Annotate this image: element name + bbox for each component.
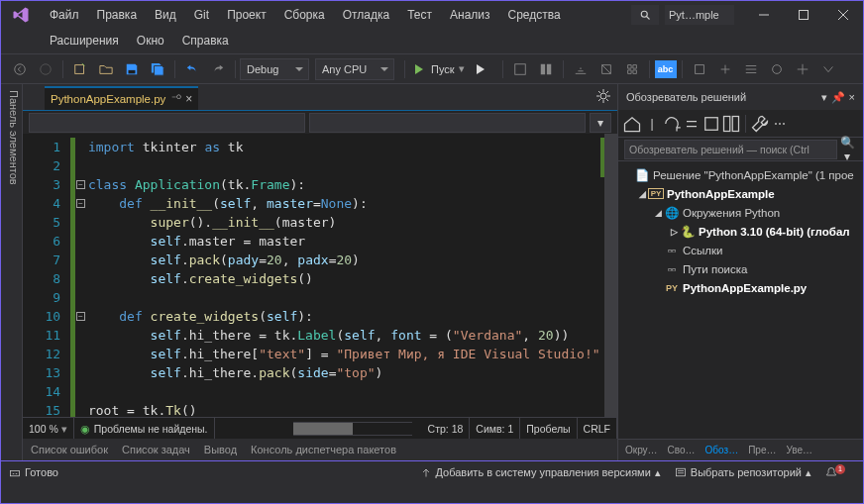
btm-tab[interactable]: Вывод — [204, 444, 237, 455]
paths-icon: ▫▫ — [664, 263, 680, 275]
more-icon[interactable]: ⋯ — [770, 114, 790, 134]
tb-icon-9[interactable] — [765, 57, 789, 81]
tb-icon-3[interactable] — [569, 57, 593, 81]
nav-back-icon[interactable] — [8, 57, 32, 81]
save-all-icon[interactable] — [146, 57, 169, 81]
py-file-icon: PY — [664, 283, 680, 293]
col-indicator[interactable]: Симв: 1 — [470, 418, 520, 439]
redo-icon[interactable] — [206, 57, 230, 81]
svg-rect-11 — [540, 63, 544, 74]
search-box[interactable] — [631, 5, 659, 25]
platform-combo[interactable]: Any CPU — [315, 58, 394, 80]
env-icon: 🌐 — [664, 206, 680, 220]
toolbox-sidebar[interactable]: Панель элементов — [1, 84, 23, 460]
open-file-icon[interactable] — [94, 57, 118, 81]
add-vcs-button[interactable]: Добавить в систему управления версиями ▴ — [420, 466, 661, 479]
panel-pin-icon[interactable]: 📌 — [831, 91, 845, 104]
statusbar: Готово Добавить в систему управления вер… — [1, 460, 863, 483]
maximize-button[interactable] — [784, 1, 823, 28]
refresh-icon[interactable] — [662, 114, 682, 134]
btm-tab[interactable]: Список ошибок — [31, 444, 108, 455]
menu-Правка[interactable]: Правка — [88, 4, 147, 26]
tb-icon-5[interactable] — [620, 57, 644, 81]
menu-Сборка[interactable]: Сборка — [275, 4, 334, 26]
save-icon[interactable] — [120, 57, 144, 81]
panel-tab[interactable]: Обоз… — [701, 445, 744, 455]
menu-Git[interactable]: Git — [185, 4, 218, 26]
nav-fwd-icon[interactable] — [34, 57, 57, 81]
tb-icon-1[interactable] — [508, 57, 532, 81]
notifications-button[interactable]: 1 — [825, 466, 841, 478]
menu-Тест[interactable]: Тест — [398, 4, 441, 26]
btm-tab[interactable]: Список задач — [122, 444, 190, 455]
undo-icon[interactable] — [180, 57, 204, 81]
search-icon[interactable]: 🔍 ▾ — [837, 136, 857, 163]
properties-icon[interactable] — [721, 114, 741, 134]
project-node[interactable]: PythonAppExample — [667, 188, 775, 200]
config-combo[interactable]: Debug — [240, 58, 309, 80]
eol-indicator[interactable]: CRLF — [578, 418, 617, 439]
panel-tab[interactable]: Сво… — [663, 445, 701, 455]
line-indicator[interactable]: Стр: 18 — [422, 418, 471, 439]
editor-settings-icon[interactable] — [595, 88, 611, 104]
panel-title: Обозреватель решений — [626, 91, 746, 103]
minimize-button[interactable] — [744, 1, 784, 28]
tb-icon-2[interactable] — [534, 57, 558, 81]
menu-Справка[interactable]: Справка — [173, 30, 238, 51]
tb-icon-11[interactable] — [816, 57, 840, 81]
tb-icon-6[interactable] — [688, 57, 711, 81]
menu-Вид[interactable]: Вид — [146, 4, 185, 26]
menu-Средства[interactable]: Средства — [499, 4, 570, 26]
menu-Файл[interactable]: Файл — [41, 4, 88, 26]
member-combo[interactable] — [309, 113, 586, 133]
svg-point-6 — [15, 63, 26, 74]
scope-combo[interactable] — [29, 113, 305, 133]
solution-search-input[interactable]: Обозреватель решений — поиск (Ctrl — [624, 140, 837, 159]
whitespace-indicator[interactable]: Пробелы — [520, 418, 577, 439]
btm-tab[interactable]: Консоль диспетчера пакетов — [251, 444, 396, 455]
svg-rect-16 — [705, 117, 718, 130]
start-button[interactable]: Пуск ▾ — [409, 58, 471, 80]
panel-tab[interactable]: Окру… — [620, 445, 663, 455]
editor-tab[interactable]: PythonAppExample.py ⁻ᴼ × — [45, 86, 198, 110]
python-env-node[interactable]: Python 3.10 (64-bit) (глобал — [699, 226, 850, 238]
select-repo-button[interactable]: Выбрать репозиторий ▴ — [675, 466, 811, 479]
refs-node[interactable]: Ссылки — [683, 245, 723, 256]
show-all-icon[interactable] — [702, 114, 721, 134]
panel-tab[interactable]: Пре… — [743, 445, 781, 455]
solution-node[interactable]: Решение "PythonAppExample" (1 прое — [653, 169, 854, 181]
menu-Анализ[interactable]: Анализ — [441, 4, 499, 26]
project-selector[interactable]: Pyt…mple — [665, 5, 734, 25]
tb-icon-8[interactable] — [739, 57, 763, 81]
panel-close-icon[interactable]: × — [849, 91, 855, 103]
tab-close-icon[interactable]: × — [185, 92, 192, 106]
file-node[interactable]: PythonAppExample.py — [683, 282, 807, 294]
fold-margin[interactable]: −−− — [75, 134, 86, 417]
zoom-level[interactable]: 100 % ▾ — [23, 418, 74, 439]
env-node[interactable]: Окружения Python — [683, 207, 780, 219]
tb-icon-abc[interactable]: abc — [655, 60, 677, 78]
menu-Проект[interactable]: Проект — [218, 4, 275, 26]
collapse-icon[interactable] — [682, 114, 702, 134]
tb-icon-10[interactable] — [791, 57, 814, 81]
menu-Расширения[interactable]: Расширения — [41, 30, 128, 51]
panel-tab[interactable]: Уве… — [781, 445, 817, 455]
pin-icon[interactable]: ⁻ᴼ — [171, 93, 181, 104]
wrench-icon[interactable] — [750, 114, 770, 134]
paths-node[interactable]: Пути поиска — [683, 263, 747, 275]
issues-indicator[interactable]: ◉Проблемы не найдены. — [74, 418, 215, 439]
scrollbar[interactable] — [604, 134, 617, 417]
menu-Окно[interactable]: Окно — [128, 30, 173, 51]
panel-dropdown-icon[interactable]: ▾ — [821, 91, 827, 104]
menu-Отладка[interactable]: Отладка — [334, 4, 398, 26]
home-icon[interactable] — [622, 114, 642, 134]
close-button[interactable] — [823, 1, 863, 28]
start-no-debug-button[interactable] — [471, 58, 498, 80]
editor-column: PythonAppExample.py ⁻ᴼ × ▾ 1234567891011… — [23, 84, 617, 460]
tb-icon-4[interactable] — [594, 57, 618, 81]
solution-tree[interactable]: 📄Решение "PythonAppExample" (1 прое ◢PYP… — [618, 161, 863, 439]
new-project-icon[interactable] — [68, 57, 92, 81]
nav-split-icon[interactable]: ▾ — [590, 113, 611, 133]
code-editor[interactable]: 12345678910111213141516 −−− import tkint… — [23, 134, 617, 417]
tb-icon-7[interactable] — [713, 57, 737, 81]
